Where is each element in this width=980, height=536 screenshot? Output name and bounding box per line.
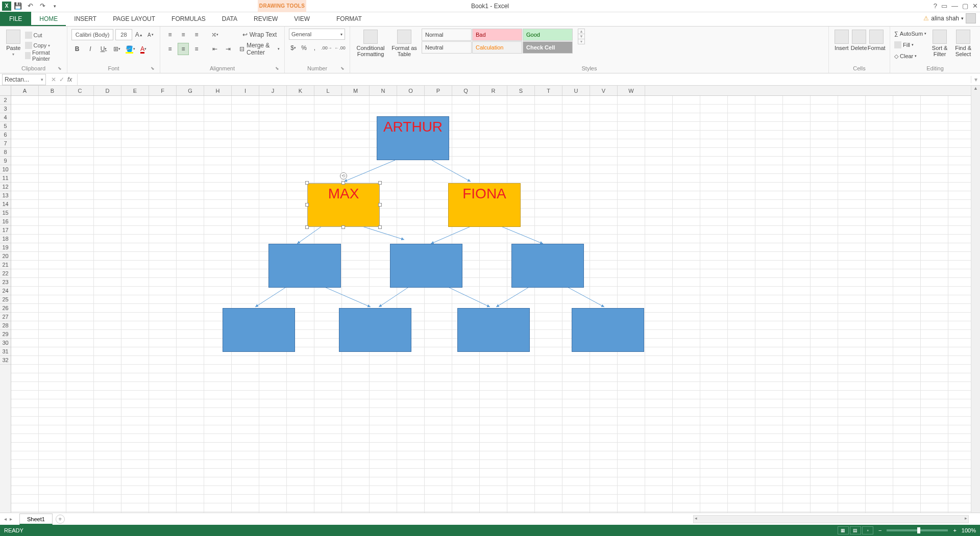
column-header[interactable]: I (232, 86, 259, 95)
formula-input[interactable] (77, 74, 971, 85)
row-header[interactable]: 10 (0, 165, 11, 174)
fill-color-button[interactable]: 🪣▾ (125, 43, 136, 55)
row-header[interactable]: 31 (0, 347, 11, 356)
font-size-combo[interactable]: 28 (115, 29, 132, 40)
format-as-table-button[interactable]: Format as Table (390, 29, 419, 62)
row-header[interactable]: 20 (0, 252, 11, 261)
tab-format[interactable]: FORMAT (328, 12, 370, 26)
row-header[interactable]: 24 (0, 287, 11, 295)
column-header[interactable]: N (370, 86, 397, 95)
column-header[interactable]: H (204, 86, 232, 95)
wrap-text-button[interactable]: ↩Wrap Text (239, 29, 280, 41)
tab-page-layout[interactable]: PAGE LAYOUT (105, 12, 163, 26)
help-icon[interactable]: ? (934, 2, 937, 10)
row-header[interactable]: 12 (0, 183, 11, 191)
cell-styles-gallery[interactable]: Normal Bad Good Neutral Calculation Chec… (422, 29, 575, 54)
vertical-scrollbar[interactable]: ▲ (971, 86, 980, 513)
underline-button[interactable]: U▾ (98, 43, 109, 55)
comma-button[interactable]: , (310, 42, 319, 54)
column-header[interactable]: K (287, 86, 314, 95)
autosum-button[interactable]: ∑AutoSum▾ (894, 29, 926, 39)
new-sheet-button[interactable]: + (56, 515, 65, 524)
shape-box-l4-2[interactable] (339, 308, 411, 352)
zoom-in-button[interactable]: + (953, 527, 956, 533)
account-area[interactable]: ⚠ alina shah ▾ (923, 13, 976, 23)
column-header[interactable]: W (618, 86, 645, 95)
dialog-launcher-icon[interactable]: ⬊ (275, 66, 279, 71)
style-good[interactable]: Good (523, 29, 573, 41)
tab-review[interactable]: REVIEW (246, 12, 286, 26)
row-header[interactable]: 21 (0, 261, 11, 269)
shape-box-l4-4[interactable] (572, 308, 644, 352)
style-neutral[interactable]: Neutral (422, 41, 472, 54)
paste-button[interactable]: Paste ▾ (4, 29, 23, 62)
row-header[interactable]: 17 (0, 226, 11, 235)
column-header[interactable]: E (121, 86, 149, 95)
increase-indent-button[interactable]: ⇥ (223, 43, 234, 55)
insert-cells-button[interactable]: Insert (833, 29, 850, 62)
shrink-font-button[interactable]: A▼ (146, 29, 156, 41)
row-header[interactable]: 29 (0, 330, 11, 339)
column-header[interactable]: S (507, 86, 535, 95)
dialog-launcher-icon[interactable]: ⬊ (58, 66, 62, 71)
row-header[interactable]: 30 (0, 339, 11, 347)
column-header[interactable]: V (590, 86, 618, 95)
select-all-corner[interactable] (0, 86, 11, 96)
minimize-icon[interactable]: — (951, 2, 958, 10)
align-right-button[interactable]: ≡ (191, 43, 202, 55)
sort-filter-button[interactable]: Sort & Filter (929, 29, 950, 62)
maximize-icon[interactable]: ▢ (962, 2, 968, 10)
column-header[interactable]: G (177, 86, 204, 95)
column-header[interactable]: T (535, 86, 562, 95)
row-header[interactable]: 9 (0, 157, 11, 165)
shape-fiona[interactable]: FIONA (448, 183, 521, 227)
ribbon-options-icon[interactable]: ▭ (941, 2, 947, 10)
dialog-launcher-icon[interactable]: ⬊ (151, 66, 155, 71)
column-header[interactable]: U (562, 86, 590, 95)
row-header[interactable]: 11 (0, 174, 11, 183)
column-header[interactable]: Q (452, 86, 480, 95)
border-button[interactable]: ⊞▾ (111, 43, 122, 55)
fill-button[interactable]: Fill▾ (894, 40, 926, 50)
row-header[interactable]: 15 (0, 209, 11, 217)
enter-formula-icon[interactable]: ✓ (59, 76, 64, 83)
tab-view[interactable]: VIEW (286, 12, 318, 26)
save-icon[interactable]: 💾 (12, 1, 23, 12)
gallery-up-icon[interactable]: ▲ (578, 29, 584, 34)
row-header[interactable]: 19 (0, 243, 11, 252)
merge-center-button[interactable]: ⊟Merge & Center▾ (239, 43, 280, 55)
sheet-nav-buttons[interactable]: ◂▸ (4, 516, 16, 522)
style-calculation[interactable]: Calculation (472, 41, 522, 54)
row-header[interactable]: 2 (0, 96, 11, 105)
bold-button[interactable]: B (71, 43, 83, 55)
row-header[interactable]: 22 (0, 269, 11, 278)
row-header[interactable]: 8 (0, 148, 11, 157)
delete-cells-button[interactable]: Delete (850, 29, 868, 62)
horizontal-scrollbar[interactable]: ◂ ▸ (693, 515, 969, 523)
column-header[interactable]: A (11, 86, 39, 95)
column-header[interactable]: R (480, 86, 507, 95)
conditional-formatting-button[interactable]: Conditional Formatting (354, 29, 387, 62)
format-painter-button[interactable]: Format Painter (25, 51, 63, 60)
align-top-button[interactable]: ≡ (164, 29, 176, 41)
gallery-down-icon[interactable]: ▼ (578, 34, 584, 39)
percent-button[interactable]: % (300, 42, 308, 54)
decrease-indent-button[interactable]: ⇤ (209, 43, 220, 55)
shape-box-l4-3[interactable] (457, 308, 530, 352)
row-header[interactable]: 23 (0, 278, 11, 287)
column-header[interactable]: F (149, 86, 177, 95)
zoom-out-button[interactable]: − (878, 527, 881, 533)
tab-home[interactable]: HOME (31, 12, 66, 26)
font-name-combo[interactable]: Calibri (Body) (71, 29, 113, 40)
align-left-button[interactable]: ≡ (164, 43, 176, 55)
find-select-button[interactable]: Find & Select (953, 29, 973, 62)
row-header[interactable]: 13 (0, 191, 11, 200)
row-header[interactable]: 3 (0, 105, 11, 113)
column-header[interactable]: J (259, 86, 287, 95)
tab-formulas[interactable]: FORMULAS (163, 12, 214, 26)
column-header[interactable]: O (397, 86, 425, 95)
format-cells-button[interactable]: Format (867, 29, 886, 62)
column-header[interactable]: D (94, 86, 121, 95)
style-check-cell[interactable]: Check Cell (523, 41, 573, 54)
shape-max[interactable]: MAX (307, 183, 380, 227)
